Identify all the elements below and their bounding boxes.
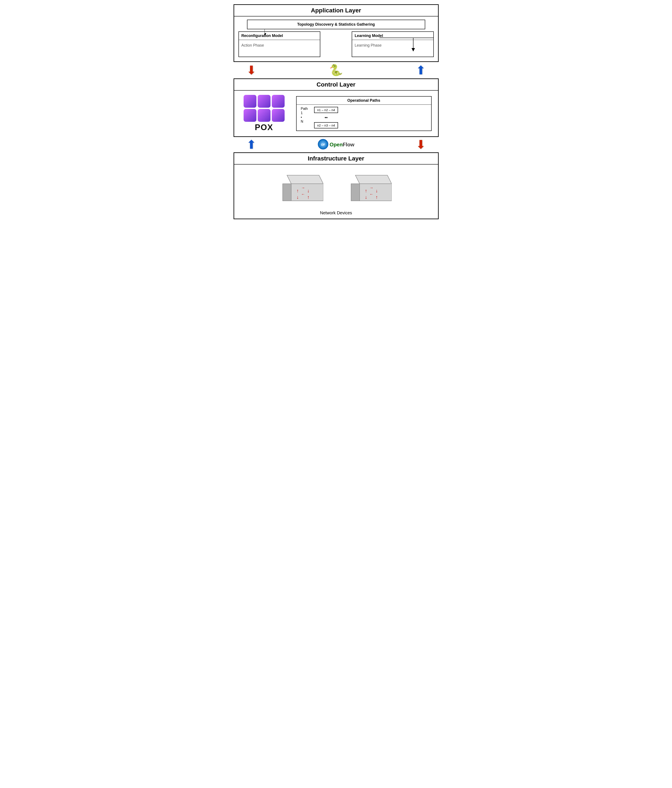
path-label: Path [301,107,308,111]
svg-text:↑: ↑ [307,194,310,200]
svg-text:→: → [369,186,373,190]
arrow-red-down-1: ⬇ [246,64,256,76]
svg-marker-9 [287,175,323,184]
switch-2-container: ↑ ↓ ↓ ↑ → ← [349,171,392,205]
pox-label: POX [255,123,273,132]
model-row: Reconfiguration Model Action Phase Learn… [238,32,434,57]
arrow-blue-up-2: ⬆ [246,139,256,151]
svg-text:↑: ↑ [365,188,367,193]
openflow-logo: OF OpenFlow [318,139,354,151]
pox-cell-3 [272,95,284,108]
reconfig-model-title: Reconfiguration Model [239,32,320,40]
pathN-value: n2 – n3 – n4 [314,122,338,129]
action-phase-label: Action Phase [239,40,320,51]
operational-paths-box: Operational Paths Path 1 • N n1 – n2 – n… [296,96,432,131]
topology-label: Topology Discovery & Statistics Gatherin… [297,22,375,27]
op-paths-labels: Path 1 • N [301,107,308,124]
pox-cell-6 [272,109,284,122]
op-paths-values: n1 – n2 – n4 •• n2 – n3 – n4 [314,107,338,129]
learning-model-box: Learning Model Learning Phase [352,32,434,57]
openflow-text: OpenFlow [330,141,354,148]
svg-marker-19 [351,184,360,201]
path-n-label: N [301,120,308,124]
control-layer: Control Layer POX Operational Paths [234,78,438,137]
between-control-infra: ⬆ OF OpenFlow ⬇ [234,137,438,153]
learning-phase-label: Learning Phase [352,40,433,51]
diagram: Application Layer Topology Discovery & S… [234,4,438,219]
pox-cell-1 [244,95,256,108]
svg-text:OF: OF [321,143,325,146]
learning-model-title: Learning Model [352,32,433,40]
control-layer-title: Control Layer [234,79,438,91]
infra-layer-content: ↑ ↓ ↓ ↑ → ← [234,165,438,207]
path1-value: n1 – n2 – n4 [314,107,338,113]
svg-text:←: ← [369,192,373,196]
pox-cell-4 [244,109,256,122]
python-icon: 🐍 [329,64,343,77]
reconfig-model-box: Reconfiguration Model Action Phase [238,32,321,57]
path-dots: • [301,115,308,119]
svg-text:↓: ↓ [375,188,378,193]
svg-text:↓: ↓ [296,194,299,200]
network-devices-label: Network Devices [234,207,438,219]
between-app-control: ⬇ 🐍 ⬆ [234,62,438,78]
openflow-icon-container: OF [318,139,329,151]
pox-cell-2 [258,95,270,108]
infra-layer-title: Infrastructure Layer [234,153,438,165]
svg-text:↑: ↑ [296,188,299,193]
switch-1-svg: ↑ ↓ ↓ ↑ → ← [281,171,323,205]
svg-text:↓: ↓ [307,188,310,193]
pox-cell-5 [258,109,270,122]
topology-box: Topology Discovery & Statistics Gatherin… [247,20,425,29]
openflow-icon: OF [318,139,329,149]
application-layer: Application Layer Topology Discovery & S… [234,4,438,62]
svg-text:↑: ↑ [375,194,378,200]
app-layer-title: Application Layer [234,5,438,16]
switch-2-svg: ↑ ↓ ↓ ↑ → ← [349,171,392,205]
svg-marker-18 [355,175,392,184]
pox-grid [244,95,284,122]
op-paths-title: Operational Paths [297,97,431,105]
svg-text:↓: ↓ [365,194,367,200]
control-layer-content: POX Operational Paths Path 1 • N n1 – n2… [234,91,438,136]
svg-text:→: → [301,186,305,190]
app-layer-content: Topology Discovery & Statistics Gatherin… [234,16,438,61]
op-paths-content: Path 1 • N n1 – n2 – n4 •• n2 – n3 – n4 [297,105,431,130]
switch-1-container: ↑ ↓ ↓ ↑ → ← [281,171,323,205]
pox-logo: POX [241,95,288,132]
path-num: 1 [301,111,308,115]
arrow-red-down-2: ⬇ [416,139,426,151]
svg-marker-10 [283,184,291,201]
path-dots-value: •• [314,115,338,120]
infra-layer: Infrastructure Layer ↑ ↓ ↓ [234,153,438,219]
arrow-blue-up-1: ⬆ [416,64,426,76]
svg-text:←: ← [301,192,305,196]
